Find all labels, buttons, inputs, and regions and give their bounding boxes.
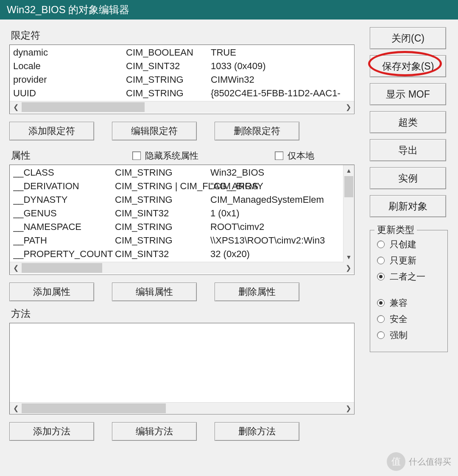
- list-item[interactable]: LocaleCIM_SINT321033 (0x409): [13, 59, 354, 73]
- methods-hscrollbar[interactable]: ❮ ❯: [10, 402, 354, 414]
- property-name: __CLASS: [13, 166, 115, 179]
- property-name: __PROPERTY_COUNT: [13, 247, 115, 261]
- qualifiers-label: 限定符: [11, 29, 362, 42]
- property-type: CIM_SINT32: [115, 207, 210, 220]
- delete-property-button[interactable]: 删除属性: [215, 283, 299, 301]
- property-value: 32 (0x20): [210, 247, 343, 261]
- list-item[interactable]: __NAMESPACECIM_STRINGROOT\cimv2: [13, 220, 343, 234]
- qualifier-name: UUID: [13, 87, 126, 100]
- property-name: __GENUS: [13, 207, 115, 220]
- delete-qualifier-button[interactable]: 删除限定符: [215, 122, 299, 140]
- edit-qualifier-button[interactable]: 编辑限定符: [112, 122, 197, 140]
- radio-safe-label: 安全: [390, 313, 408, 325]
- qualifier-type: CIM_SINT32: [126, 59, 211, 73]
- local-only-checkbox[interactable]: [275, 151, 283, 160]
- radio-safe[interactable]: 安全: [377, 311, 441, 327]
- property-name: __PATH: [13, 234, 115, 247]
- local-only-label: 仅本地: [288, 150, 314, 162]
- delete-method-button[interactable]: 删除方法: [215, 422, 299, 441]
- list-item[interactable]: __GENUSCIM_SINT321 (0x1): [13, 207, 343, 220]
- qualifier-value: 1033 (0x409): [211, 59, 354, 73]
- hide-system-props-label: 隐藏系统属性: [145, 150, 198, 162]
- scroll-right-icon[interactable]: ❯: [342, 101, 354, 113]
- radio-create-only[interactable]: 只创建: [377, 236, 441, 252]
- scroll-left-icon[interactable]: ❮: [10, 101, 22, 113]
- methods-label: 方法: [11, 307, 362, 320]
- main-panel: 限定符 dynamicCIM_BOOLEANTRUELocaleCIM_SINT…: [9, 27, 362, 444]
- list-item[interactable]: __CLASSCIM_STRINGWin32_BIOS: [13, 166, 343, 179]
- qualifiers-hscrollbar[interactable]: ❮ ❯: [10, 101, 354, 113]
- scroll-down-icon[interactable]: ▼: [344, 252, 354, 263]
- list-item[interactable]: providerCIM_STRINGCIMWin32: [13, 73, 354, 87]
- window-title: Win32_BIOS 的对象编辑器: [0, 0, 458, 20]
- property-type: CIM_STRING: [115, 234, 210, 247]
- add-method-button[interactable]: 添加方法: [9, 422, 94, 441]
- update-type-group: 更新类型 只创建 只更新 二者之一 兼容 安全: [370, 230, 448, 352]
- radio-update-only-label: 只更新: [390, 255, 416, 266]
- list-item[interactable]: UUIDCIM_STRING{8502C4E1-5FBB-11D2-AAC1-: [13, 87, 354, 100]
- property-name: __DERIVATION: [13, 179, 115, 193]
- qualifiers-listbox[interactable]: dynamicCIM_BOOLEANTRUELocaleCIM_SINT3210…: [9, 45, 355, 114]
- side-buttons-panel: 关闭(C) 保存对象(S) 显示 MOF 超类 导出 实例 刷新对象 更新类型 …: [370, 27, 453, 444]
- methods-listbox[interactable]: ❮ ❯: [9, 323, 355, 414]
- property-value: ROOT\cimv2: [210, 220, 343, 234]
- scroll-left-icon[interactable]: ❮: [10, 262, 22, 274]
- scroll-left-icon[interactable]: ❮: [10, 403, 22, 414]
- radio-force-label: 强制: [390, 329, 408, 341]
- radio-compatible[interactable]: 兼容: [377, 295, 441, 311]
- qualifier-name: Locale: [13, 59, 126, 73]
- qualifier-name: dynamic: [13, 46, 126, 59]
- export-button[interactable]: 导出: [370, 139, 446, 161]
- qualifier-value: CIMWin32: [211, 73, 354, 87]
- properties-listbox[interactable]: __CLASSCIM_STRINGWin32_BIOS__DERIVATIONC…: [9, 165, 355, 275]
- properties-hscrollbar[interactable]: ❮ ❯: [10, 262, 354, 274]
- list-item[interactable]: __PROPERTY_COUNTCIM_SINT3232 (0x20): [13, 247, 343, 261]
- close-button[interactable]: 关闭(C): [370, 27, 446, 49]
- property-name: __DYNASTY: [13, 193, 115, 207]
- property-name: __NAMESPACE: [13, 220, 115, 234]
- radio-either[interactable]: 二者之一: [377, 269, 441, 285]
- radio-force[interactable]: 强制: [377, 327, 441, 343]
- qualifier-type: CIM_STRING: [126, 73, 211, 87]
- radio-update-only[interactable]: 只更新: [377, 252, 441, 269]
- property-type: CIM_STRING | CIM_FLAG_ARRAY: [115, 179, 210, 193]
- list-item[interactable]: dynamicCIM_BOOLEANTRUE: [13, 46, 354, 59]
- property-type: CIM_STRING: [115, 166, 210, 179]
- add-property-button[interactable]: 添加属性: [9, 283, 94, 301]
- property-value: "CIM_BIOS: [210, 179, 343, 193]
- property-type: CIM_SINT32: [115, 247, 210, 261]
- refresh-object-button[interactable]: 刷新对象: [370, 195, 446, 217]
- list-item[interactable]: __PATHCIM_STRING\\XPS13\ROOT\cimv2:Win3: [13, 234, 343, 247]
- superclass-button[interactable]: 超类: [370, 111, 446, 133]
- property-type: CIM_STRING: [115, 220, 210, 234]
- qualifier-name: provider: [13, 73, 126, 87]
- radio-either-label: 二者之一: [390, 271, 425, 283]
- scroll-up-icon[interactable]: ▲: [344, 165, 354, 176]
- qualifier-type: CIM_STRING: [126, 87, 211, 100]
- property-type: CIM_STRING: [115, 193, 210, 207]
- add-qualifier-button[interactable]: 添加限定符: [9, 122, 94, 140]
- hide-system-props-checkbox[interactable]: [132, 151, 141, 160]
- update-type-legend: 更新类型: [374, 224, 417, 236]
- instance-button[interactable]: 实例: [370, 167, 446, 189]
- properties-label: 属性: [11, 149, 31, 162]
- property-value: Win32_BIOS: [210, 166, 343, 179]
- save-object-button[interactable]: 保存对象(S): [370, 55, 446, 77]
- watermark-text: 什么值得买: [409, 456, 451, 468]
- edit-property-button[interactable]: 编辑属性: [112, 283, 197, 301]
- properties-vscrollbar[interactable]: ▲ ▼: [343, 165, 354, 263]
- watermark: 值 什么值得买: [387, 451, 455, 473]
- qualifier-type: CIM_BOOLEAN: [126, 46, 211, 59]
- qualifier-value: TRUE: [211, 46, 354, 59]
- edit-method-button[interactable]: 编辑方法: [112, 422, 197, 441]
- scroll-right-icon[interactable]: ❯: [342, 262, 354, 274]
- radio-create-only-label: 只创建: [390, 238, 416, 250]
- watermark-badge-icon: 值: [387, 452, 405, 471]
- list-item[interactable]: __DYNASTYCIM_STRINGCIM_ManagedSystemElem: [13, 193, 343, 207]
- scroll-right-icon[interactable]: ❯: [342, 403, 354, 414]
- property-value: \\XPS13\ROOT\cimv2:Win3: [210, 234, 343, 247]
- show-mof-button[interactable]: 显示 MOF: [370, 83, 446, 105]
- list-item[interactable]: __DERIVATIONCIM_STRING | CIM_FLAG_ARRAY"…: [13, 179, 343, 193]
- property-value: CIM_ManagedSystemElem: [210, 193, 343, 207]
- qualifier-value: {8502C4E1-5FBB-11D2-AAC1-: [211, 87, 354, 100]
